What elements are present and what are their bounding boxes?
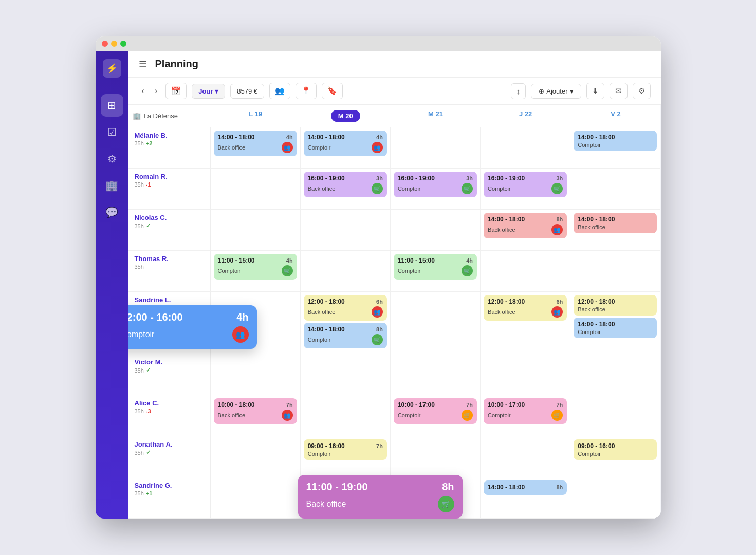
download-btn[interactable]: ⬇: [586, 83, 604, 99]
sidebar-item-calendar[interactable]: ☑: [101, 121, 123, 143]
shift-card[interactable]: 16:00 - 19:00 3h Comptoir 🛒: [484, 172, 567, 197]
cell-6-3[interactable]: 10:00 - 17:00 7h Comptoir 🛒: [481, 395, 570, 436]
sidebar-item-chat[interactable]: 💬: [101, 201, 123, 224]
cell-5-0[interactable]: [211, 354, 301, 395]
shift-card[interactable]: 14:00 - 18:00 8h: [484, 480, 567, 495]
shift-card[interactable]: 14:00 - 18:00 8h Back office 👥: [484, 213, 567, 238]
menu-icon[interactable]: ☰: [139, 59, 147, 70]
bookmark-btn[interactable]: 🔖: [322, 83, 343, 99]
shift-card[interactable]: 16:00 - 19:00 3h Comptoir 🛒: [394, 172, 477, 197]
cell-1-1[interactable]: 16:00 - 19:00 3h Back office 🛒: [301, 169, 391, 210]
cell-4-1[interactable]: 12:00 - 18:00 6h Back office 👥 14:00 - 1…: [301, 292, 391, 354]
sidebar-item-grid[interactable]: ⊞: [101, 94, 123, 117]
config-btn[interactable]: ⚙: [633, 83, 651, 99]
cell-0-4[interactable]: 14:00 - 18:00 Comptoir: [570, 127, 660, 169]
sidebar-item-building[interactable]: 🏢: [101, 174, 123, 197]
cell-8-4[interactable]: [570, 477, 660, 519]
page-title: Planning: [155, 58, 198, 70]
next-button[interactable]: ›: [152, 84, 160, 98]
close-button[interactable]: [102, 41, 108, 47]
cell-2-2[interactable]: [391, 210, 481, 251]
shift-card[interactable]: 14:00 - 18:00 Back office: [574, 213, 657, 233]
cell-5-3[interactable]: [481, 354, 570, 395]
cell-0-2[interactable]: [391, 127, 481, 169]
cell-4-3[interactable]: 12:00 - 18:00 6h Back office 👥: [481, 292, 570, 354]
cell-5-4[interactable]: [570, 354, 660, 395]
cell-6-0[interactable]: 10:00 - 18:00 7h Back office 👥: [211, 395, 301, 436]
prev-button[interactable]: ‹: [139, 84, 147, 98]
employee-name-label-5[interactable]: Victor M.: [135, 358, 204, 366]
cart-icon: 🛒: [282, 265, 293, 276]
shift-card[interactable]: 14:00 - 18:00 Comptoir: [574, 318, 657, 338]
cell-2-3[interactable]: 14:00 - 18:00 8h Back office 👥: [481, 210, 570, 251]
send-btn[interactable]: ✉: [610, 83, 628, 99]
shift-card[interactable]: 14:00 - 18:00 4h Back office 👥: [214, 131, 297, 156]
sort-btn[interactable]: ↕: [511, 83, 526, 99]
floating-card-2[interactable]: 11:00 - 19:00 8h Back office 🛒: [298, 475, 463, 519]
shift-card[interactable]: 14:00 - 18:00 4h Comptoir 👥: [304, 131, 387, 156]
cell-4-2[interactable]: [391, 292, 481, 354]
shift-card[interactable]: 16:00 - 19:00 3h Back office 🛒: [304, 172, 387, 197]
employee-name-label-3[interactable]: Thomas R.: [135, 255, 204, 263]
shift-card[interactable]: 10:00 - 17:00 7h Comptoir 🛒: [484, 398, 567, 424]
cell-1-0[interactable]: [211, 169, 301, 210]
shift-card[interactable]: 10:00 - 18:00 7h Back office 👥: [214, 398, 297, 424]
shift-card[interactable]: 09:00 - 16:00 Comptoir: [574, 439, 657, 460]
employee-name-label-1[interactable]: Romain R.: [135, 173, 204, 180]
cell-1-3[interactable]: 16:00 - 19:00 3h Comptoir 🛒: [481, 169, 570, 210]
cell-1-4[interactable]: [570, 169, 660, 210]
minimize-button[interactable]: [111, 41, 117, 47]
employee-name-label-2[interactable]: Nicolas C.: [135, 214, 204, 221]
cell-7-3[interactable]: [481, 436, 570, 477]
cell-3-2[interactable]: 11:00 - 15:00 4h Comptoir 🛒: [391, 251, 481, 292]
view-day-btn[interactable]: Jour ▾: [192, 84, 225, 99]
cell-2-4[interactable]: 14:00 - 18:00 Back office: [570, 210, 660, 251]
maximize-button[interactable]: [120, 41, 126, 47]
add-btn[interactable]: ⊕ Ajouter ▾: [531, 84, 581, 99]
team-btn[interactable]: 👥: [269, 83, 290, 99]
cell-6-2[interactable]: 10:00 - 17:00 7h Comptoir 🛒: [391, 395, 481, 436]
cell-0-0[interactable]: 14:00 - 18:00 4h Back office 👥: [211, 127, 301, 169]
cell-6-4[interactable]: [570, 395, 660, 436]
cell-6-1[interactable]: [301, 395, 391, 436]
shift-card[interactable]: 11:00 - 15:00 4h Comptoir 🛒: [394, 254, 477, 280]
cell-5-1[interactable]: [301, 354, 391, 395]
shift-card[interactable]: 14:00 - 18:00 Comptoir: [574, 131, 657, 151]
cell-1-2[interactable]: 16:00 - 19:00 3h Comptoir 🛒: [391, 169, 481, 210]
calendar-view-btn[interactable]: 📅: [165, 83, 187, 99]
employee-name-label-8[interactable]: Sandrine G.: [135, 482, 204, 489]
cell-0-3[interactable]: [481, 127, 570, 169]
sidebar-item-settings[interactable]: ⚙: [101, 147, 123, 170]
employee-name-label-7[interactable]: Jonathan A.: [135, 440, 204, 448]
cell-2-0[interactable]: [211, 210, 301, 251]
sidebar-logo[interactable]: ⚡: [103, 59, 121, 78]
shift-card[interactable]: 12:00 - 18:00 6h Back office 👥: [304, 295, 387, 321]
cell-5-2[interactable]: [391, 354, 481, 395]
cell-3-4[interactable]: [570, 251, 660, 292]
shift-card[interactable]: 09:00 - 16:00 7h Comptoir: [304, 439, 387, 460]
cell-7-4[interactable]: 09:00 - 16:00 Comptoir: [570, 436, 660, 477]
shift-card[interactable]: 10:00 - 17:00 7h Comptoir 🛒: [394, 398, 477, 424]
employee-name-label-0[interactable]: Mélanie B.: [135, 132, 204, 139]
cell-7-1[interactable]: 09:00 - 16:00 7h Comptoir: [301, 436, 391, 477]
cell-0-1[interactable]: 14:00 - 18:00 4h Comptoir 👥: [301, 127, 391, 169]
cell-7-2[interactable]: [391, 436, 481, 477]
shift-card[interactable]: 12:00 - 18:00 6h Back office 👥: [484, 295, 567, 321]
cell-8-3[interactable]: 14:00 - 18:00 8h: [481, 477, 570, 519]
cell-8-0[interactable]: [211, 477, 301, 519]
shift-card[interactable]: 12:00 - 18:00 Back office: [574, 295, 657, 316]
cell-3-3[interactable]: [481, 251, 570, 292]
cell-2-1[interactable]: [301, 210, 391, 251]
employee-name-label-6[interactable]: Alice C.: [135, 399, 204, 407]
shift-card[interactable]: 11:00 - 15:00 4h Comptoir 🛒: [214, 254, 297, 280]
cell-7-0[interactable]: [211, 436, 301, 477]
location-btn[interactable]: 📍: [296, 83, 317, 99]
cell-4-4[interactable]: 12:00 - 18:00 Back office 14:00 - 18:00: [570, 292, 660, 354]
amount-btn[interactable]: 8579 €: [230, 84, 264, 99]
floating-card-1[interactable]: 12:00 - 16:00 4h Comptoir 👥: [128, 305, 257, 349]
cell-3-1[interactable]: [301, 251, 391, 292]
shift-card[interactable]: 14:00 - 18:00 8h Comptoir 🛒: [304, 323, 387, 348]
add-icon: ⊕: [539, 87, 544, 95]
employee-name-label-4[interactable]: Sandrine L.: [135, 296, 204, 304]
cell-3-0[interactable]: 11:00 - 15:00 4h Comptoir 🛒: [211, 251, 301, 292]
